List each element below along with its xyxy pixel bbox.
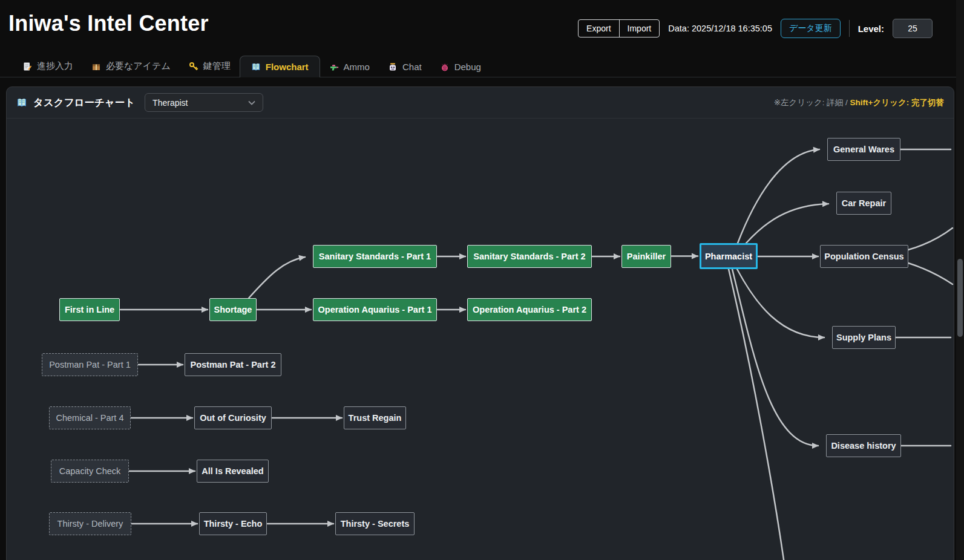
tab-ammo[interactable]: Ammo (320, 56, 379, 77)
tab-label: Chat (402, 62, 422, 72)
box-icon (91, 62, 101, 71)
flow-node-population-census[interactable]: Population Census (820, 245, 908, 268)
tab-label: Ammo (344, 62, 370, 72)
flowchart-panel-header: タスクフローチャート Therapist ※左クリック: 詳細 / Shift+… (7, 87, 954, 119)
flow-node-all-is-revealed[interactable]: All Is Revealed (197, 460, 269, 483)
import-button[interactable]: Import (619, 20, 660, 37)
flow-node-postman-2[interactable]: Postman Pat - Part 2 (185, 353, 281, 376)
book-icon (251, 62, 261, 72)
data-refresh-button[interactable]: データ更新 (781, 19, 841, 38)
bug-icon (440, 62, 450, 72)
tab-label: 鍵管理 (203, 60, 231, 72)
tab-label: Debug (454, 62, 481, 72)
memo-icon (22, 62, 32, 71)
page-title: Iniwa's Intel Center (8, 11, 209, 36)
book-icon (16, 97, 27, 108)
flow-node-thirsty-delivery[interactable]: Thirsty - Delivery (49, 512, 131, 535)
hint-left-click: ※左クリック: 詳細 / (774, 98, 848, 107)
trader-select-value: Therapist (152, 98, 188, 108)
flowchart-edges-layer (7, 87, 954, 560)
flow-node-sanitary-2[interactable]: Sanitary Standards - Part 2 (467, 245, 592, 268)
robot-icon (388, 62, 398, 72)
flow-node-car-repair[interactable]: Car Repair (836, 192, 891, 215)
flow-node-aquarius-2[interactable]: Operation Aquarius - Part 2 (467, 298, 592, 321)
flow-node-thirsty-secrets[interactable]: Thirsty - Secrets (335, 512, 415, 535)
flow-node-capacity-check[interactable]: Capacity Check (51, 460, 129, 483)
tab-label: Flowchart (266, 62, 309, 72)
flow-node-trust-regain[interactable]: Trust Regain (344, 406, 406, 429)
export-button[interactable]: Export (579, 20, 618, 37)
flowchart-panel-title: タスクフローチャート (16, 96, 135, 109)
flow-edge-pharmacist-to-disease-history (732, 269, 818, 446)
page-scrollbar-thumb[interactable] (957, 259, 963, 337)
flow-edge-pharmacist-to-general-wares (738, 149, 819, 243)
tab-keys[interactable]: 鍵管理 (180, 54, 240, 77)
hint-shift-click: Shift+クリック: 完了切替 (850, 98, 944, 107)
flow-edge-population-census-to-offscreen-down (908, 263, 953, 284)
chevron-down-icon (248, 100, 255, 105)
flow-node-sanitary-1[interactable]: Sanitary Standards - Part 1 (313, 245, 437, 268)
flowchart-panel: First in LineShortageSanitary Standards … (6, 86, 954, 560)
flow-edge-pharmacist-to-car-repair (746, 204, 828, 243)
flow-edge-pharmacist-to-supply-plans (737, 269, 824, 337)
tab-label: 必要なアイテム (106, 60, 171, 72)
flow-node-postman-1[interactable]: Postman Pat - Part 1 (42, 353, 138, 376)
click-hint: ※左クリック: 詳細 / Shift+クリック: 完了切替 (774, 97, 944, 108)
page-scrollbar-track[interactable] (956, 0, 964, 560)
data-timestamp: Data: 2025/12/18 16:35:05 (668, 24, 772, 33)
flowchart-canvas[interactable]: First in LineShortageSanitary Standards … (7, 87, 954, 560)
level-input[interactable] (893, 19, 933, 38)
tab-bar: 進捗入力必要なアイテム鍵管理FlowchartAmmoChatDebug (0, 53, 964, 77)
app-window: Iniwa's Intel Center Export Import Data:… (0, 0, 964, 560)
level-label: Level: (858, 24, 884, 34)
flow-edge-shortage-to-sanitary-1 (249, 257, 305, 298)
flow-edge-population-census-to-offscreen-up (908, 228, 953, 250)
header-controls: Export Import Data: 2025/12/18 16:35:05 … (578, 19, 933, 38)
flow-node-general-wares[interactable]: General Wares (827, 138, 900, 161)
tab-label: 進捗入力 (37, 60, 73, 72)
flowchart-title-text: タスクフローチャート (33, 96, 135, 109)
export-import-group: Export Import (578, 19, 660, 37)
flow-node-disease-history[interactable]: Disease history (826, 434, 901, 457)
tab-items[interactable]: 必要なアイテム (82, 54, 180, 77)
flow-node-shortage[interactable]: Shortage (209, 298, 257, 321)
tab-progress[interactable]: 進捗入力 (13, 54, 82, 77)
flow-node-first-in-line[interactable]: First in Line (59, 298, 120, 321)
flow-node-thirsty-echo[interactable]: Thirsty - Echo (199, 512, 267, 535)
gun-icon (329, 62, 339, 72)
tab-debug[interactable]: Debug (431, 56, 490, 77)
trader-select[interactable]: Therapist (145, 93, 263, 112)
header-divider (849, 20, 850, 37)
flow-node-aquarius-1[interactable]: Operation Aquarius - Part 1 (313, 298, 437, 321)
flow-node-pharmacist[interactable]: Pharmacist (700, 243, 758, 269)
key-icon (189, 62, 198, 71)
flow-node-out-of-curiosity[interactable]: Out of Curiosity (194, 406, 272, 429)
flow-node-supply-plans[interactable]: Supply Plans (832, 326, 896, 349)
flow-node-painkiller[interactable]: Painkiller (621, 245, 671, 268)
tab-chat[interactable]: Chat (379, 56, 431, 77)
flow-node-chemical-4[interactable]: Chemical - Part 4 (49, 406, 131, 429)
tab-flowchart[interactable]: Flowchart (240, 56, 320, 77)
